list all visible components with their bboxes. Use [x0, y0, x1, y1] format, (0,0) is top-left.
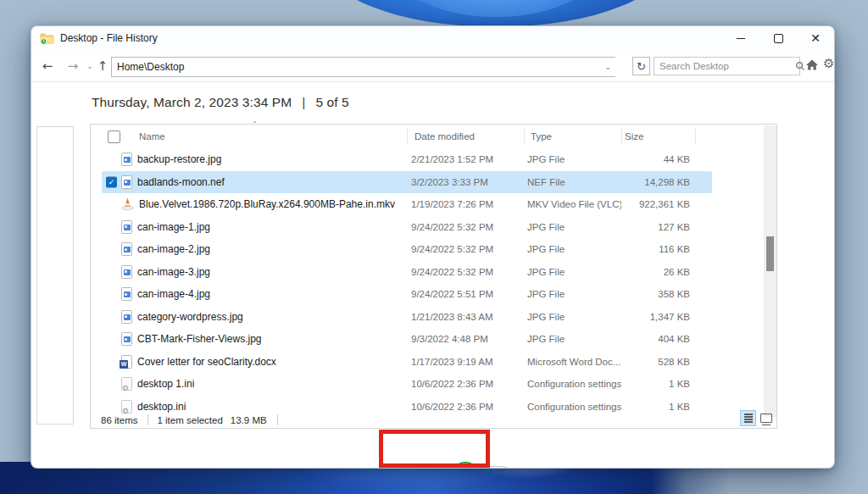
address-dropdown-chevron-icon[interactable]: ⌄ [604, 63, 615, 71]
close-button[interactable]: ✕ [797, 26, 834, 50]
size-cell: 26 KB [621, 267, 690, 277]
date-modified-cell: 9/24/2022 5:51 PM [411, 289, 527, 299]
column-separator [407, 129, 408, 144]
home-icon[interactable] [805, 58, 819, 71]
date-modified-cell: 2/21/2023 1:52 PM [411, 154, 527, 164]
address-input[interactable] [112, 61, 604, 73]
file-name: can-image-4.jpg [137, 288, 210, 300]
date-modified-cell: 9/3/2022 4:48 PM [411, 334, 527, 344]
image-file-icon [121, 265, 132, 279]
name-cell: can-image-2.jpg [102, 242, 411, 256]
name-cell: ✓badlands-moon.nef [102, 175, 411, 189]
file-history-window: Desktop - File History ✕ ← → ⌄ ↑ ⌄ ↻ [31, 25, 835, 469]
navigation-toolbar: ← → ⌄ ↑ ⌄ ↻ ⚙ [31, 50, 834, 82]
image-file-icon [121, 332, 132, 346]
column-header-size[interactable]: Size [625, 131, 693, 142]
file-name: Cover letter for seoClarity.docx [137, 356, 276, 368]
column-header-name[interactable]: Name [139, 131, 415, 142]
type-cell: Configuration settings [527, 379, 621, 389]
status-divider [147, 414, 148, 425]
table-row[interactable]: Blue.Velvet.1986.720p.BluRay.x264.900MB-… [102, 193, 712, 216]
check-icon: ✓ [108, 178, 115, 186]
size-cell: 404 KB [621, 334, 690, 344]
type-cell: JPG File [527, 244, 621, 254]
version-heading: Thursday, March 2, 2023 3:34 PM|5 of 5 [92, 95, 349, 110]
type-cell: Configuration settings [527, 402, 621, 412]
vlc-cone-icon [121, 197, 134, 211]
column-header-type[interactable]: Type [531, 131, 625, 142]
type-cell: JPG File [527, 289, 621, 299]
type-cell: JPG File [527, 154, 621, 164]
date-modified-cell: 1/17/2023 9:19 AM [411, 357, 527, 367]
column-separator [695, 129, 696, 144]
type-cell: NEF File [527, 177, 621, 187]
size-cell: 922,361 KB [621, 199, 690, 209]
selected-size: 13.9 MB [231, 415, 267, 425]
refresh-button[interactable]: ↻ [632, 57, 650, 75]
vertical-scrollbar[interactable] [764, 125, 776, 417]
name-cell: CBT-Mark-Fisher-Views.jpg [102, 332, 411, 346]
image-file-icon [121, 220, 132, 234]
image-file-icon [121, 310, 132, 324]
recent-locations-chevron-icon[interactable]: ⌄ [85, 50, 95, 81]
desktop: Desktop - File History ✕ ← → ⌄ ↑ ⌄ ↻ [0, 0, 868, 494]
select-all-checkbox[interactable] [108, 130, 120, 143]
search-input[interactable] [654, 61, 795, 71]
file-history-icon [40, 32, 54, 45]
table-row[interactable]: can-image-3.jpg9/24/2022 5:32 PMJPG File… [102, 261, 712, 284]
table-row[interactable]: can-image-2.jpg9/24/2022 5:32 PMJPG File… [102, 238, 712, 261]
image-file-icon [121, 153, 132, 166]
minimize-button[interactable] [722, 26, 760, 50]
date-modified-cell: 3/2/2023 3:33 PM [411, 177, 527, 187]
type-cell: MKV Video File (VLC) [527, 199, 621, 209]
window-title: Desktop - File History [60, 32, 158, 44]
name-cell: can-image-1.jpg [102, 220, 411, 234]
date-modified-cell: 10/6/2022 2:36 PM [411, 379, 527, 389]
image-file-icon [121, 175, 132, 189]
type-cell: Microsoft Word Doc... [527, 357, 621, 367]
selected-count: 1 item selected [157, 415, 222, 425]
row-checkbox[interactable]: ✓ [106, 176, 117, 187]
size-cell: 358 KB [621, 289, 690, 299]
column-header-date-modified[interactable]: Date modified [415, 131, 531, 142]
column-separator [524, 129, 525, 144]
search-icon [795, 61, 805, 71]
gear-icon[interactable]: ⚙ [823, 56, 834, 71]
file-name: Blue.Velvet.1986.720p.BluRay.x264.900MB-… [139, 198, 395, 210]
type-cell: JPG File [527, 222, 621, 232]
status-bar: 86 items 1 item selected 13.9 MB [91, 412, 743, 428]
size-cell: 116 KB [621, 244, 690, 254]
thumbnail-view-button[interactable] [758, 410, 774, 426]
maximize-icon [774, 34, 783, 43]
scrollbar-thumb[interactable] [766, 236, 774, 271]
table-row[interactable]: can-image-4.jpg9/24/2022 5:51 PMJPG File… [102, 283, 712, 306]
size-cell: 1 KB [621, 379, 690, 389]
up-button[interactable]: ↑ [95, 50, 110, 81]
name-cell: WCover letter for seoClarity.docx [102, 355, 411, 369]
image-file-icon [121, 287, 132, 301]
table-row[interactable]: WCover letter for seoClarity.docx1/17/20… [102, 351, 712, 374]
file-name: category-wordpress.jpg [137, 311, 243, 323]
name-cell: Blue.Velvet.1986.720p.BluRay.x264.900MB-… [102, 197, 411, 211]
close-icon: ✕ [810, 32, 821, 44]
table-row[interactable]: category-wordpress.jpg1/21/2023 8:43 AMJ… [102, 306, 712, 329]
table-row[interactable]: ⚙desktop 1.ini10/6/2022 2:36 PMConfigura… [102, 373, 712, 396]
table-row[interactable]: CBT-Mark-Fisher-Views.jpg9/3/2022 4:48 P… [102, 328, 712, 351]
file-name: badlands-moon.nef [137, 176, 225, 188]
back-button[interactable]: ← [38, 50, 57, 81]
table-row[interactable]: can-image-1.jpg9/24/2022 5:32 PMJPG File… [102, 216, 712, 239]
name-cell: can-image-4.jpg [102, 287, 411, 301]
address-bar[interactable]: ⌄ [111, 57, 615, 77]
table-row[interactable]: ✓badlands-moon.nef3/2/2023 3:33 PMNEF Fi… [102, 171, 712, 194]
details-view-button[interactable] [740, 410, 756, 426]
version-position: 5 of 5 [315, 95, 348, 109]
size-cell: 14,298 KB [621, 177, 690, 187]
title-bar[interactable]: Desktop - File History ✕ [31, 26, 834, 50]
file-rows: backup-restore.jpg2/21/2023 1:52 PMJPG F… [91, 148, 765, 418]
forward-button[interactable]: → [64, 50, 82, 81]
maximize-button[interactable] [760, 26, 797, 50]
table-row[interactable]: backup-restore.jpg2/21/2023 1:52 PMJPG F… [102, 148, 712, 171]
search-box[interactable] [654, 57, 800, 75]
name-cell: can-image-3.jpg [102, 265, 411, 279]
heading-divider: | [302, 95, 305, 109]
